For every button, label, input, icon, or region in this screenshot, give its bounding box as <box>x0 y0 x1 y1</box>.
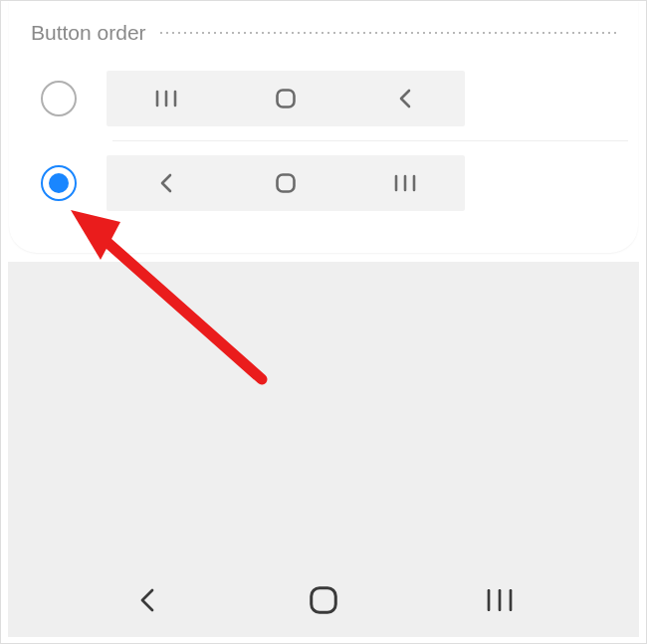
recent-apps-icon[interactable] <box>480 580 520 620</box>
section-header: Button order <box>9 1 638 57</box>
recent-apps-icon <box>385 163 425 203</box>
button-order-card: Button order <box>9 1 638 253</box>
radio-option-2[interactable] <box>41 165 77 201</box>
svg-rect-10 <box>312 588 336 613</box>
home-icon[interactable] <box>304 580 343 620</box>
button-order-option-1[interactable] <box>9 57 638 140</box>
svg-line-8 <box>96 232 262 379</box>
back-icon <box>146 163 186 203</box>
back-icon <box>385 79 425 118</box>
header-dots <box>158 31 616 35</box>
svg-rect-4 <box>278 175 295 192</box>
home-icon <box>266 163 306 203</box>
navbar-preview-2 <box>107 155 465 211</box>
home-icon <box>266 79 306 118</box>
navbar-preview-1 <box>107 71 465 126</box>
back-icon[interactable] <box>127 580 167 620</box>
system-navigation-bar <box>9 563 638 637</box>
svg-rect-3 <box>278 91 295 107</box>
radio-option-1[interactable] <box>41 81 77 116</box>
recent-apps-icon <box>146 79 186 118</box>
button-order-option-2[interactable] <box>9 141 638 225</box>
section-title: Button order <box>31 21 146 45</box>
